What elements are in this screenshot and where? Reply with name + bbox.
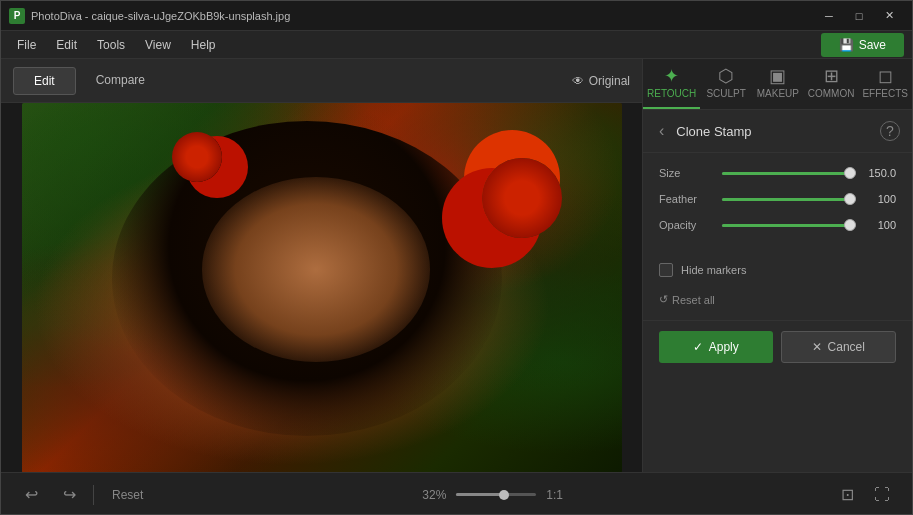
opacity-label: Opacity <box>659 219 714 231</box>
menu-view[interactable]: View <box>137 35 179 55</box>
image-container[interactable] <box>1 103 642 472</box>
save-label: Save <box>859 38 886 52</box>
bottom-bar: ↩ ↪ Reset 32% 1:1 ⊡ ⛶ <box>1 472 912 515</box>
opacity-thumb[interactable] <box>844 219 856 231</box>
makeup-icon: ▣ <box>769 67 786 85</box>
action-buttons: ✓ Apply ✕ Cancel <box>643 320 912 373</box>
opacity-slider-row: Opacity 100 <box>659 219 896 231</box>
photo-flowers-right <box>482 158 562 238</box>
zoom-slider[interactable] <box>456 493 536 496</box>
tab-retouch[interactable]: ✦ RETOUCH <box>643 59 700 109</box>
undo-button[interactable]: ↩ <box>17 481 45 509</box>
feather-value: 100 <box>858 193 896 205</box>
opacity-track[interactable] <box>722 224 850 227</box>
apply-label: Apply <box>709 340 739 354</box>
minimize-button[interactable]: ─ <box>814 5 844 27</box>
eye-icon: 👁 <box>572 74 584 88</box>
title-separator: - <box>85 10 92 22</box>
maximize-button[interactable]: □ <box>844 5 874 27</box>
size-track[interactable] <box>722 172 850 175</box>
save-icon: 💾 <box>839 38 854 52</box>
apply-button[interactable]: ✓ Apply <box>659 331 773 363</box>
bottom-divider-1 <box>93 485 94 505</box>
photo-canvas <box>22 103 622 472</box>
tab-sculpt[interactable]: ⬡ SCULPT <box>700 59 752 109</box>
original-button[interactable]: 👁 Original <box>572 74 630 88</box>
tool-title: Clone Stamp <box>676 124 751 139</box>
bottom-center: 32% 1:1 <box>422 488 563 502</box>
canvas-area: Edit Compare 👁 Original <box>1 59 642 472</box>
size-label: Size <box>659 167 714 179</box>
reset-button[interactable]: Reset <box>104 484 151 506</box>
hide-markers-checkbox[interactable] <box>659 263 673 277</box>
fit-to-screen-button[interactable]: ⊡ <box>834 481 862 509</box>
tab-effects[interactable]: ◻ EFFECTS <box>858 59 912 109</box>
menu-tools[interactable]: Tools <box>89 35 133 55</box>
size-value: 150.0 <box>858 167 896 179</box>
tab-common[interactable]: ⊞ COMMON <box>804 59 859 109</box>
sculpt-label: SCULPT <box>706 88 745 99</box>
menu-edit[interactable]: Edit <box>48 35 85 55</box>
reset-all-row: ↺ Reset all <box>643 287 912 320</box>
bottom-right: ⊡ ⛶ <box>834 481 896 509</box>
tool-tabs: ✦ RETOUCH ⬡ SCULPT ▣ MAKEUP ⊞ COMMON ◻ E… <box>643 59 912 110</box>
photo-flowers-left <box>172 132 222 182</box>
opacity-value: 100 <box>858 219 896 231</box>
tab-makeup[interactable]: ▣ MAKEUP <box>752 59 804 109</box>
menu-file[interactable]: File <box>9 35 44 55</box>
zoom-ratio: 1:1 <box>546 488 563 502</box>
tab-edit[interactable]: Edit <box>13 67 76 95</box>
title-bar-left: P PhotoDiva - caique-silva-uJgeZOKbB9k-u… <box>9 8 290 24</box>
zoom-fill <box>456 493 504 496</box>
tool-header: ‹ Clone Stamp ? <box>643 110 912 153</box>
size-slider-row: Size 150.0 <box>659 167 896 179</box>
hide-markers-label: Hide markers <box>681 264 746 276</box>
main-layout: Edit Compare 👁 Original ✦ RE <box>1 59 912 472</box>
app-icon: P <box>9 8 25 24</box>
file-name: caique-silva-uJgeZOKbB9k-unsplash.jpg <box>92 10 291 22</box>
app-name: PhotoDiva <box>31 10 82 22</box>
feather-track[interactable] <box>722 198 850 201</box>
back-button[interactable]: ‹ <box>655 120 668 142</box>
tab-compare[interactable]: Compare <box>76 67 165 95</box>
bottom-left: ↩ ↪ Reset <box>17 481 151 509</box>
effects-icon: ◻ <box>878 67 893 85</box>
original-label: Original <box>589 74 630 88</box>
cancel-button[interactable]: ✕ Cancel <box>781 331 897 363</box>
menu-bar: File Edit Tools View Help 💾 Save <box>1 31 912 59</box>
retouch-icon: ✦ <box>664 67 679 85</box>
redo-button[interactable]: ↪ <box>55 481 83 509</box>
right-panel: ✦ RETOUCH ⬡ SCULPT ▣ MAKEUP ⊞ COMMON ◻ E… <box>642 59 912 472</box>
common-label: COMMON <box>808 88 855 99</box>
sculpt-icon: ⬡ <box>718 67 734 85</box>
tool-header-left: ‹ Clone Stamp <box>655 120 751 142</box>
fullscreen-button[interactable]: ⛶ <box>868 481 896 509</box>
zoom-thumb[interactable] <box>499 490 509 500</box>
size-fill <box>722 172 850 175</box>
reset-all-button[interactable]: ↺ Reset all <box>659 293 715 306</box>
x-icon: ✕ <box>812 340 822 354</box>
reset-all-label: Reset all <box>672 294 715 306</box>
window-controls: ─ □ ✕ <box>814 5 904 27</box>
makeup-label: MAKEUP <box>757 88 799 99</box>
reset-icon: ↺ <box>659 293 668 306</box>
help-icon: ? <box>886 123 894 139</box>
retouch-label: RETOUCH <box>647 88 696 99</box>
save-button[interactable]: 💾 Save <box>821 33 904 57</box>
effects-label: EFFECTS <box>862 88 908 99</box>
close-button[interactable]: ✕ <box>874 5 904 27</box>
tool-content: ‹ Clone Stamp ? Size 150.0 <box>643 110 912 472</box>
title-text: PhotoDiva - caique-silva-uJgeZOKbB9k-uns… <box>31 10 290 22</box>
opacity-fill <box>722 224 850 227</box>
sliders-section: Size 150.0 Feather 100 <box>643 153 912 259</box>
hide-markers-row: Hide markers <box>643 259 912 287</box>
title-bar: P PhotoDiva - caique-silva-uJgeZOKbB9k-u… <box>1 1 912 31</box>
menu-help[interactable]: Help <box>183 35 224 55</box>
feather-label: Feather <box>659 193 714 205</box>
feather-thumb[interactable] <box>844 193 856 205</box>
edit-tabs-left: Edit Compare <box>13 67 165 95</box>
edit-tabs: Edit Compare 👁 Original <box>1 59 642 103</box>
size-thumb[interactable] <box>844 167 856 179</box>
help-button[interactable]: ? <box>880 121 900 141</box>
zoom-percent: 32% <box>422 488 446 502</box>
